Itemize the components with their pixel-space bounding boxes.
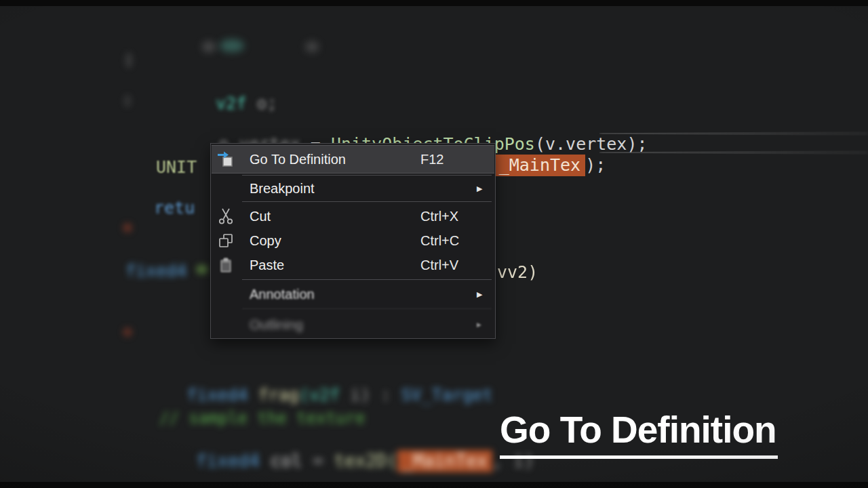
code-line-comment: // sample the texture [159, 409, 365, 428]
code-token: fixed4 [196, 451, 271, 471]
menu-item-label: Go To Definition [250, 152, 346, 167]
menu-item-outlining[interactable]: Outlining ▶ [212, 313, 494, 336]
menu-shortcut: F12 [420, 152, 443, 167]
letterbox-bar [0, 482, 868, 488]
menu-separator [242, 201, 492, 202]
context-menu: Go To Definition F12 Breakpoint ▶ Cut Ct… [210, 143, 496, 339]
menu-item-label: Cut [250, 209, 271, 224]
code-line-macro: UNIT [156, 157, 197, 177]
code-token: ); [585, 155, 606, 175]
menu-item-label: Breakpoint [250, 181, 315, 197]
gutter-mark-blob [123, 327, 132, 337]
menu-item-paste[interactable]: Paste Ctrl+V [212, 253, 494, 277]
submenu-arrow-icon: ▶ [477, 184, 482, 193]
menu-separator [242, 175, 492, 176]
blurred-code-blob [196, 264, 208, 274]
go-to-definition-icon [215, 150, 237, 169]
thumbnail-canvas: v2f o; o.vertex = UnityObjectToClipPos(v… [0, 0, 868, 488]
code-token: fixed4 [186, 385, 258, 405]
gutter-mark-blob [123, 223, 132, 232]
menu-shortcut: Ctrl+V [420, 258, 458, 273]
code-line-return: retu [154, 198, 195, 218]
menu-item-go-to-definition[interactable]: Go To Definition F12 [212, 145, 494, 174]
blurred-brace-blob [125, 52, 133, 68]
submenu-arrow-icon: ▶ [477, 321, 481, 328]
code-token: o; [246, 94, 277, 113]
menu-shortcut: Ctrl+X [420, 209, 458, 224]
menu-separator [242, 308, 492, 309]
code-token: : [380, 385, 401, 405]
code-token: v2f [216, 94, 246, 113]
code-token: tex2D( [334, 451, 397, 471]
letterbox-bar [0, 0, 868, 6]
code-token: SV_Target [401, 385, 492, 405]
code-token: (v2f [299, 385, 350, 405]
submenu-arrow-icon: ▶ [477, 290, 482, 299]
menu-shortcut: Ctrl+C [420, 233, 459, 249]
code-line-mid: fixed4 [125, 261, 186, 281]
menu-separator [242, 279, 492, 280]
code-token: frag [258, 385, 299, 405]
blurred-brace-blob [123, 94, 132, 108]
highlighted-symbol: _MainTex [397, 450, 492, 472]
menu-item-breakpoint[interactable]: Breakpoint ▶ [212, 178, 494, 199]
blurred-code-blob [305, 41, 319, 52]
code-token: = [313, 451, 334, 471]
menu-item-label: Annotation [250, 287, 315, 302]
highlighted-symbol[interactable]: _MainTex [494, 155, 585, 176]
copy-icon [215, 232, 237, 249]
menu-item-cut[interactable]: Cut Ctrl+X [212, 205, 494, 228]
code-line-tex2d: fixed4 col = tex2D(_MainTex, i) [132, 430, 534, 488]
blurred-code-blob [202, 41, 216, 52]
menu-item-label: Copy [250, 233, 281, 249]
video-title: Go To Definition [500, 409, 778, 459]
menu-item-label: Outlining [250, 317, 303, 333]
menu-item-copy[interactable]: Copy Ctrl+C [212, 229, 494, 252]
blurred-code-blob [220, 39, 244, 52]
scissors-icon [215, 207, 237, 226]
code-token: col [271, 451, 313, 471]
code-line-mid-tail: vv2) [497, 262, 538, 282]
paste-clipboard-icon [215, 256, 237, 274]
code-token: i) [350, 385, 380, 405]
menu-item-label: Paste [250, 258, 284, 273]
menu-item-annotation[interactable]: Annotation ▶ [212, 283, 494, 306]
